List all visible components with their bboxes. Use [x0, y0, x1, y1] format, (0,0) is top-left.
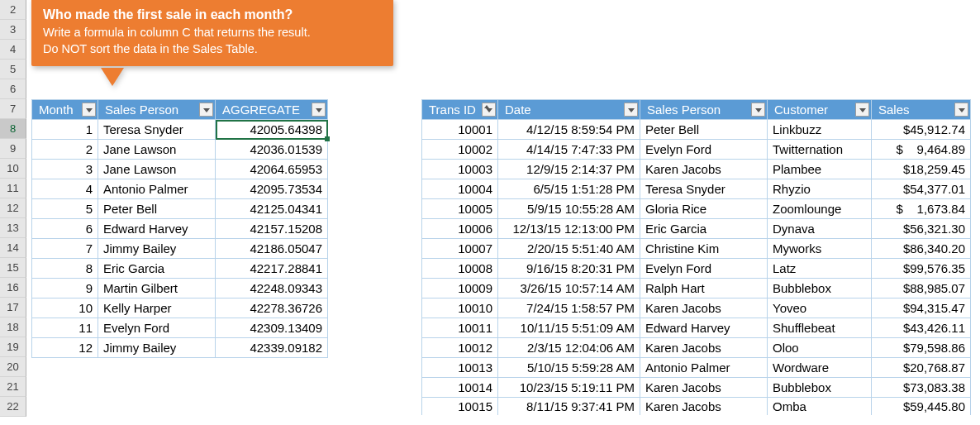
cell-person-r[interactable]: Evelyn Ford	[640, 259, 768, 279]
cell-month[interactable]: 3	[32, 160, 98, 179]
cell-person[interactable]: Evelyn Ford	[98, 318, 216, 338]
table-row[interactable]: 100024/14/15 7:47:33 PMEvelyn FordTwitte…	[422, 140, 971, 160]
cell-customer[interactable]: Wordware	[768, 358, 872, 378]
row-header[interactable]: 19	[0, 337, 26, 357]
table-row[interactable]: 1001110/11/15 5:51:09 AMEdward HarveyShu…	[422, 318, 971, 338]
row-header[interactable]: 11	[0, 179, 26, 198]
table-row[interactable]: 12Jimmy Bailey42339.09182	[32, 338, 328, 358]
cell-date[interactable]: 4/14/15 7:47:33 PM	[498, 140, 640, 160]
filter-dropdown-icon[interactable]	[855, 103, 869, 117]
row-header[interactable]: 16	[0, 278, 26, 298]
table-row[interactable]: 100093/26/15 10:57:14 AMRalph HartBubble…	[422, 279, 971, 298]
cell-sales[interactable]: $88,985.07	[872, 279, 971, 298]
cell-person[interactable]: Teresa Snyder	[98, 120, 216, 140]
cell-person-r[interactable]: Evelyn Ford	[640, 140, 768, 160]
filter-dropdown-icon[interactable]	[751, 103, 765, 117]
col-sales-person-r[interactable]: Sales Person	[640, 100, 768, 120]
summary-table[interactable]: Month Sales Person AGGREGATE 1Teresa Sny…	[31, 99, 328, 358]
cell-customer[interactable]: Zoomlounge	[768, 199, 872, 219]
row-header[interactable]: 7	[0, 99, 26, 119]
row-header[interactable]: 5	[0, 60, 26, 79]
cell-date[interactable]: 10/23/15 5:19:11 PM	[498, 378, 640, 398]
cell-person-r[interactable]: Gloria Rice	[640, 199, 768, 219]
cell-date[interactable]: 2/3/15 12:04:06 AM	[498, 338, 640, 358]
row-header[interactable]: 14	[0, 238, 26, 258]
cell-month[interactable]: 4	[32, 179, 98, 199]
cell-trans-id[interactable]: 10005	[422, 199, 498, 219]
cell-month[interactable]: 11	[32, 318, 98, 338]
filter-dropdown-icon[interactable]	[624, 103, 638, 117]
cell-month[interactable]: 1	[32, 120, 98, 140]
cell-person[interactable]: Jane Lawson	[98, 160, 216, 179]
cell-date[interactable]: 2/20/15 5:51:40 AM	[498, 239, 640, 259]
col-aggregate[interactable]: AGGREGATE	[216, 100, 328, 120]
cell-trans-id[interactable]: 10011	[422, 318, 498, 338]
table-row[interactable]: 7Jimmy Bailey42186.05047	[32, 239, 328, 259]
cell-date[interactable]: 10/11/15 5:51:09 AM	[498, 318, 640, 338]
cell-trans-id[interactable]: 10006	[422, 219, 498, 239]
cell-customer[interactable]: Dynava	[768, 219, 872, 239]
cell-trans-id[interactable]: 10015	[422, 398, 498, 416]
table-row[interactable]: 6Edward Harvey42157.15208	[32, 219, 328, 239]
cell-customer[interactable]: Oloo	[768, 338, 872, 358]
cell-trans-id[interactable]: 10010	[422, 298, 498, 318]
row-header[interactable]: 18	[0, 318, 26, 337]
cell-sales[interactable]: $ 1,673.84	[872, 199, 971, 219]
cell-person-r[interactable]: Peter Bell	[640, 120, 768, 140]
col-customer[interactable]: Customer	[768, 100, 872, 120]
cell-month[interactable]: 8	[32, 259, 98, 279]
cell-customer[interactable]: Twitternation	[768, 140, 872, 160]
cell-person-r[interactable]: Karen Jacobs	[640, 378, 768, 398]
cell-aggregate[interactable]: 42186.05047	[216, 239, 328, 259]
cell-person-r[interactable]: Karen Jacobs	[640, 160, 768, 179]
col-sales-person[interactable]: Sales Person	[98, 100, 216, 120]
cell-customer[interactable]: Yoveo	[768, 298, 872, 318]
table-row[interactable]: 11Evelyn Ford42309.13409	[32, 318, 328, 338]
cell-sales[interactable]: $ 9,464.89	[872, 140, 971, 160]
row-header[interactable]: 21	[0, 377, 26, 397]
filter-dropdown-icon[interactable]	[82, 103, 96, 117]
row-header[interactable]: 8	[0, 119, 26, 139]
cell-month[interactable]: 12	[32, 338, 98, 358]
cell-person-r[interactable]: Karen Jacobs	[640, 398, 768, 416]
cell-date[interactable]: 4/12/15 8:59:54 PM	[498, 120, 640, 140]
table-row[interactable]: 2Jane Lawson42036.01539	[32, 140, 328, 160]
cell-month[interactable]: 7	[32, 239, 98, 259]
cell-trans-id[interactable]: 10012	[422, 338, 498, 358]
cell-person[interactable]: Jimmy Bailey	[98, 239, 216, 259]
cell-trans-id[interactable]: 10008	[422, 259, 498, 279]
cell-sales[interactable]: $43,426.11	[872, 318, 971, 338]
cell-aggregate[interactable]: 42095.73534	[216, 179, 328, 199]
cell-customer[interactable]: Linkbuzz	[768, 120, 872, 140]
worksheet-area[interactable]: Who made the first sale in each month? W…	[26, 0, 980, 425]
table-row[interactable]: 8Eric Garcia42217.28841	[32, 259, 328, 279]
table-row[interactable]: 10Kelly Harper42278.36726	[32, 298, 328, 318]
table-row[interactable]: 100072/20/15 5:51:40 AMChristine KimMywo…	[422, 239, 971, 259]
cell-aggregate[interactable]: 42217.28841	[216, 259, 328, 279]
row-header[interactable]: 6	[0, 79, 26, 99]
cell-customer[interactable]: Omba	[768, 398, 872, 416]
table-row[interactable]: 100122/3/15 12:04:06 AMKaren JacobsOloo$…	[422, 338, 971, 358]
cell-person[interactable]: Peter Bell	[98, 199, 216, 219]
cell-aggregate[interactable]: 42309.13409	[216, 318, 328, 338]
row-header[interactable]: 15	[0, 258, 26, 278]
cell-person[interactable]: Antonio Palmer	[98, 179, 216, 199]
cell-customer[interactable]: Bubblebox	[768, 279, 872, 298]
cell-customer[interactable]: Rhyzio	[768, 179, 872, 199]
cell-aggregate[interactable]: 42248.09343	[216, 279, 328, 298]
table-row[interactable]: 1Teresa Snyder42005.64398	[32, 120, 328, 140]
col-trans-id[interactable]: Trans ID	[422, 100, 498, 120]
cell-date[interactable]: 3/26/15 10:57:14 AM	[498, 279, 640, 298]
cell-aggregate[interactable]: 42125.04341	[216, 199, 328, 219]
col-month[interactable]: Month	[32, 100, 98, 120]
cell-person[interactable]: Martin Gilbert	[98, 279, 216, 298]
cell-aggregate[interactable]: 42005.64398	[216, 120, 328, 140]
cell-person-r[interactable]: Karen Jacobs	[640, 298, 768, 318]
cell-person[interactable]: Edward Harvey	[98, 219, 216, 239]
table-row[interactable]: 1001410/23/15 5:19:11 PMKaren JacobsBubb…	[422, 378, 971, 398]
cell-person-r[interactable]: Antonio Palmer	[640, 358, 768, 378]
table-row[interactable]: 100014/12/15 8:59:54 PMPeter BellLinkbuz…	[422, 120, 971, 140]
table-row[interactable]: 100055/9/15 10:55:28 AMGloria RiceZoomlo…	[422, 199, 971, 219]
table-row[interactable]: 100158/11/15 9:37:41 PMKaren JacobsOmba$…	[422, 398, 971, 416]
cell-month[interactable]: 10	[32, 298, 98, 318]
